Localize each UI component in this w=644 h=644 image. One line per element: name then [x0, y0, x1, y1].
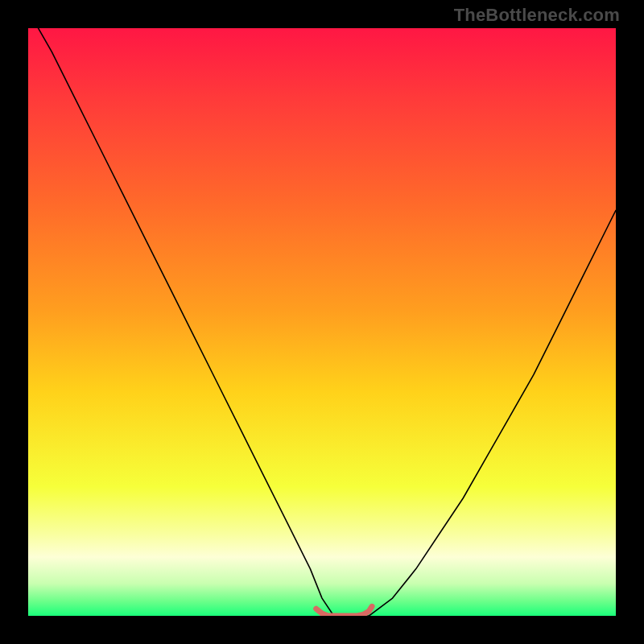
watermark-text: TheBottleneck.com [454, 5, 620, 26]
gradient-bg [28, 28, 616, 616]
chart-frame [28, 28, 616, 616]
bottleneck-chart [28, 28, 616, 616]
